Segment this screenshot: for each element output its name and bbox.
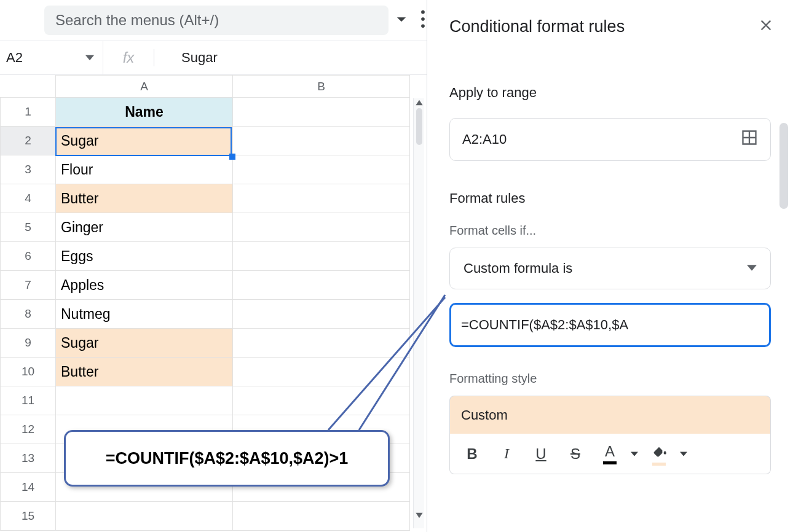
cell[interactable] (233, 213, 410, 242)
row-header[interactable]: 15 (1, 502, 56, 531)
row-header[interactable]: 9 (1, 329, 56, 358)
column-header[interactable]: B (233, 76, 410, 98)
row-header[interactable]: 11 (1, 386, 56, 415)
row-header[interactable]: 6 (1, 242, 56, 271)
cell[interactable] (56, 386, 233, 415)
cell[interactable]: Apples (56, 271, 233, 300)
fill-color-dropdown[interactable] (676, 450, 691, 458)
row-header[interactable]: 14 (1, 473, 56, 502)
cell[interactable] (56, 502, 233, 531)
cell[interactable]: Butter (56, 184, 233, 213)
cell[interactable] (233, 386, 410, 415)
style-preview[interactable]: Custom (449, 396, 771, 434)
cell[interactable] (233, 127, 410, 155)
scroll-thumb[interactable] (416, 108, 422, 145)
formula-callout: =COUNTIF($A$2:$A$10,$A2)>1 (64, 430, 390, 487)
panel-scroll-thumb[interactable] (779, 123, 788, 209)
cell[interactable] (233, 502, 410, 531)
chevron-down-icon[interactable] (391, 9, 412, 32)
row-header[interactable]: 13 (1, 444, 56, 473)
select-all-corner[interactable] (1, 76, 56, 98)
row-header[interactable]: 8 (1, 300, 56, 329)
bold-button[interactable]: B (455, 439, 489, 469)
apply-range-label: Apply to range (449, 85, 771, 101)
cell[interactable] (233, 155, 410, 184)
row-header[interactable]: 4 (1, 184, 56, 213)
format-rules-label: Format rules (449, 190, 771, 206)
row-header[interactable]: 12 (1, 415, 56, 444)
close-icon[interactable] (757, 17, 775, 36)
paint-bucket-icon (651, 442, 667, 461)
name-box[interactable]: A2 (0, 41, 103, 74)
row-header[interactable]: 5 (1, 213, 56, 242)
text-color-dropdown[interactable] (627, 450, 642, 458)
cell[interactable] (233, 300, 410, 329)
fx-label: fx (103, 41, 154, 74)
column-header[interactable]: A (56, 76, 233, 98)
dropdown-arrow-icon (85, 50, 94, 66)
cell[interactable]: Nutmeg (56, 300, 233, 329)
style-preview-label: Custom (461, 407, 508, 423)
scroll-down-icon[interactable] (415, 511, 424, 520)
cell[interactable] (233, 98, 410, 127)
row-header[interactable]: 10 (1, 358, 56, 386)
row-header[interactable]: 2 (1, 127, 56, 155)
text-color-button[interactable]: A (593, 439, 627, 469)
cell[interactable] (233, 358, 410, 386)
svg-point-2 (421, 25, 425, 28)
conditional-format-panel: Conditional format rules Apply to range … (427, 0, 793, 532)
formula-bar-value: Sugar (181, 50, 218, 66)
format-cells-if-label: Format cells if... (449, 224, 771, 238)
menu-search-input[interactable]: Search the menus (Alt+/) (44, 6, 389, 35)
cell[interactable]: Sugar (56, 329, 233, 358)
condition-dropdown[interactable]: Custom formula is (449, 248, 771, 289)
italic-button[interactable]: I (489, 439, 524, 469)
row-header[interactable]: 7 (1, 271, 56, 300)
apply-range-input[interactable]: A2:A10 (449, 118, 771, 161)
svg-point-1 (421, 17, 425, 21)
select-range-icon[interactable] (741, 129, 758, 150)
cell[interactable]: Ginger (56, 213, 233, 242)
cell[interactable] (233, 184, 410, 213)
name-box-value: A2 (6, 50, 23, 66)
row-header[interactable]: 3 (1, 155, 56, 184)
apply-range-value: A2:A10 (462, 131, 507, 147)
cell[interactable] (233, 329, 410, 358)
fill-color-button[interactable] (642, 439, 676, 469)
menu-search-placeholder: Search the menus (Alt+/) (55, 12, 219, 29)
more-icon[interactable] (419, 9, 427, 32)
scroll-up-icon[interactable] (415, 98, 424, 107)
row-header[interactable]: 1 (1, 98, 56, 127)
cell[interactable] (233, 271, 410, 300)
cell[interactable]: Name (56, 98, 233, 127)
cell[interactable]: Sugar (56, 127, 233, 155)
vertical-scrollbar[interactable] (413, 98, 424, 528)
formula-bar[interactable]: Sugar (154, 41, 218, 74)
strikethrough-button[interactable]: S (558, 439, 593, 469)
cell[interactable]: Eggs (56, 242, 233, 271)
svg-point-0 (421, 10, 425, 14)
custom-formula-value: =COUNTIF($A$2:$A$10,$A (461, 317, 628, 333)
panel-title: Conditional format rules (449, 17, 625, 36)
style-toolbar: B I U S A (449, 434, 771, 474)
cell[interactable] (233, 242, 410, 271)
formatting-style-label: Formatting style (449, 372, 771, 386)
underline-button[interactable]: U (524, 439, 558, 469)
custom-formula-input[interactable]: =COUNTIF($A$2:$A$10,$A (449, 303, 771, 347)
dropdown-arrow-icon (747, 260, 757, 276)
condition-dropdown-value: Custom formula is (464, 260, 572, 276)
callout-text: =COUNTIF($A$2:$A$10,$A2)>1 (106, 449, 349, 468)
cell[interactable]: Butter (56, 358, 233, 386)
cell[interactable]: Flour (56, 155, 233, 184)
